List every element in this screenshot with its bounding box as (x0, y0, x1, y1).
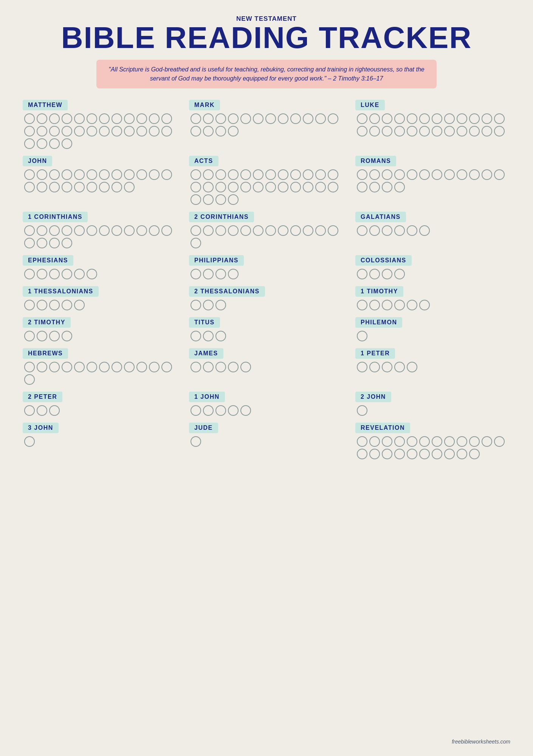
chapter-circle[interactable] (74, 225, 85, 236)
chapter-circle[interactable] (203, 169, 214, 180)
chapter-circle[interactable] (419, 449, 430, 459)
chapter-circle[interactable] (407, 113, 417, 124)
chapter-circle[interactable] (432, 126, 442, 136)
chapter-circle[interactable] (203, 113, 214, 124)
chapter-circle[interactable] (191, 113, 201, 124)
chapter-circle[interactable] (136, 362, 147, 372)
chapter-circle[interactable] (87, 362, 97, 372)
chapter-circle[interactable] (161, 169, 172, 180)
chapter-circle[interactable] (112, 362, 122, 372)
chapter-circle[interactable] (74, 113, 85, 124)
chapter-circle[interactable] (124, 126, 135, 136)
chapter-circle[interactable] (191, 436, 201, 447)
chapter-circle[interactable] (432, 169, 442, 180)
chapter-circle[interactable] (382, 169, 392, 180)
chapter-circle[interactable] (87, 169, 97, 180)
chapter-circle[interactable] (407, 225, 417, 236)
chapter-circle[interactable] (357, 331, 367, 341)
chapter-circle[interactable] (369, 182, 380, 192)
chapter-circle[interactable] (407, 436, 417, 447)
chapter-circle[interactable] (203, 300, 214, 310)
chapter-circle[interactable] (382, 300, 392, 310)
chapter-circle[interactable] (369, 449, 380, 459)
chapter-circle[interactable] (124, 169, 135, 180)
chapter-circle[interactable] (419, 126, 430, 136)
chapter-circle[interactable] (382, 436, 392, 447)
chapter-circle[interactable] (265, 113, 276, 124)
chapter-circle[interactable] (382, 126, 392, 136)
chapter-circle[interactable] (240, 113, 251, 124)
chapter-circle[interactable] (328, 225, 338, 236)
chapter-circle[interactable] (369, 436, 380, 447)
chapter-circle[interactable] (278, 182, 288, 192)
chapter-circle[interactable] (290, 182, 301, 192)
chapter-circle[interactable] (215, 405, 226, 416)
chapter-circle[interactable] (24, 300, 35, 310)
chapter-circle[interactable] (149, 362, 160, 372)
chapter-circle[interactable] (24, 225, 35, 236)
chapter-circle[interactable] (369, 113, 380, 124)
chapter-circle[interactable] (37, 169, 47, 180)
chapter-circle[interactable] (328, 169, 338, 180)
chapter-circle[interactable] (228, 126, 239, 136)
chapter-circle[interactable] (303, 169, 313, 180)
chapter-circle[interactable] (99, 225, 110, 236)
chapter-circle[interactable] (49, 405, 60, 416)
chapter-circle[interactable] (62, 269, 72, 279)
chapter-circle[interactable] (99, 113, 110, 124)
chapter-circle[interactable] (24, 436, 35, 447)
chapter-circle[interactable] (432, 436, 442, 447)
chapter-circle[interactable] (419, 225, 430, 236)
chapter-circle[interactable] (328, 182, 338, 192)
chapter-circle[interactable] (37, 225, 47, 236)
chapter-circle[interactable] (265, 225, 276, 236)
chapter-circle[interactable] (228, 169, 239, 180)
chapter-circle[interactable] (37, 238, 47, 248)
chapter-circle[interactable] (228, 405, 239, 416)
chapter-circle[interactable] (203, 331, 214, 341)
chapter-circle[interactable] (37, 182, 47, 192)
chapter-circle[interactable] (37, 126, 47, 136)
chapter-circle[interactable] (407, 169, 417, 180)
chapter-circle[interactable] (87, 113, 97, 124)
chapter-circle[interactable] (457, 169, 467, 180)
chapter-circle[interactable] (99, 182, 110, 192)
chapter-circle[interactable] (253, 169, 263, 180)
chapter-circle[interactable] (74, 126, 85, 136)
chapter-circle[interactable] (62, 182, 72, 192)
chapter-circle[interactable] (37, 300, 47, 310)
chapter-circle[interactable] (191, 362, 201, 372)
chapter-circle[interactable] (432, 113, 442, 124)
chapter-circle[interactable] (62, 238, 72, 248)
chapter-circle[interactable] (87, 225, 97, 236)
chapter-circle[interactable] (444, 113, 455, 124)
chapter-circle[interactable] (203, 182, 214, 192)
chapter-circle[interactable] (253, 113, 263, 124)
chapter-circle[interactable] (24, 405, 35, 416)
chapter-circle[interactable] (382, 362, 392, 372)
chapter-circle[interactable] (394, 113, 405, 124)
chapter-circle[interactable] (253, 182, 263, 192)
chapter-circle[interactable] (240, 362, 251, 372)
chapter-circle[interactable] (215, 194, 226, 205)
chapter-circle[interactable] (369, 126, 380, 136)
chapter-circle[interactable] (394, 225, 405, 236)
chapter-circle[interactable] (37, 138, 47, 149)
chapter-circle[interactable] (457, 436, 467, 447)
chapter-circle[interactable] (124, 362, 135, 372)
chapter-circle[interactable] (369, 225, 380, 236)
chapter-circle[interactable] (382, 225, 392, 236)
chapter-circle[interactable] (24, 269, 35, 279)
chapter-circle[interactable] (62, 300, 72, 310)
chapter-circle[interactable] (419, 113, 430, 124)
chapter-circle[interactable] (203, 362, 214, 372)
chapter-circle[interactable] (124, 225, 135, 236)
chapter-circle[interactable] (74, 169, 85, 180)
chapter-circle[interactable] (407, 449, 417, 459)
chapter-circle[interactable] (24, 138, 35, 149)
chapter-circle[interactable] (444, 126, 455, 136)
chapter-circle[interactable] (469, 436, 480, 447)
chapter-circle[interactable] (482, 126, 492, 136)
chapter-circle[interactable] (469, 113, 480, 124)
chapter-circle[interactable] (87, 269, 97, 279)
